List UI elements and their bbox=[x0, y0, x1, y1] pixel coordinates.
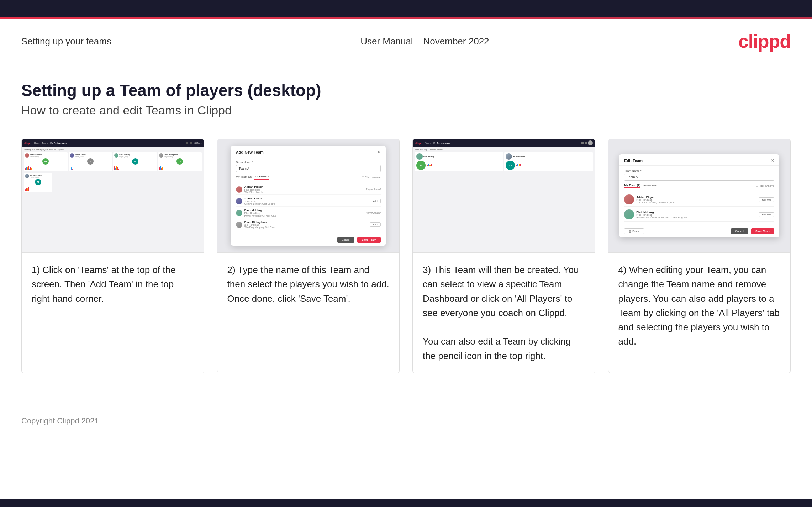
card-3-desc2: You can also edit a Team by clicking the… bbox=[423, 336, 571, 361]
edit-team-modal: Edit Team ✕ Team Name * Team A My Team (… bbox=[619, 154, 779, 237]
delete-button[interactable]: 🗑 Delete bbox=[624, 228, 644, 234]
copyright: Copyright Clippd 2021 bbox=[21, 416, 99, 425]
player-avatar-4 bbox=[236, 222, 242, 228]
player-info-3: Blair McHarg Plus Handicap Royal North D… bbox=[244, 209, 364, 217]
logo: clippd bbox=[738, 31, 791, 52]
header: Setting up your teams User Manual – Nove… bbox=[0, 19, 812, 59]
dash-nav-performance: My Performance bbox=[50, 142, 67, 144]
edit-close-icon: ✕ bbox=[770, 158, 774, 163]
page-title: Setting up a Team of players (desktop) bbox=[21, 81, 791, 100]
score-3: 94 bbox=[132, 158, 138, 165]
remove-player-1[interactable]: Remove bbox=[759, 197, 774, 202]
player-info-2: Adrian Colba 1 Handicap Central London G… bbox=[244, 197, 368, 205]
dash-logo: clippd bbox=[24, 142, 31, 144]
edit-player-row-2: Blair McHarg Plus Handicap Royal North D… bbox=[624, 208, 774, 222]
card-1-screenshot: clippd Home Teams My Performance Add Tea… bbox=[22, 139, 204, 253]
edit-modal-title: Edit Team bbox=[624, 159, 643, 163]
card3-dashboard: clippd Teams My Performance Blair McHarg bbox=[413, 139, 595, 252]
dash-player-card-1: Adrian Collins Player Quality 84 bbox=[24, 152, 68, 171]
trash-icon: 🗑 bbox=[629, 230, 631, 233]
dash-main: Viewing 5 out of 8 players from All Play… bbox=[22, 147, 204, 252]
dashboard-mockup: clippd Home Teams My Performance Add Tea… bbox=[22, 139, 204, 252]
edit-player-list: Adrian Player Plus Handicap The Shire Lo… bbox=[624, 193, 774, 222]
player-row-2: Adrian Colba 1 Handicap Central London G… bbox=[236, 196, 381, 207]
team-name-input[interactable]: Team A bbox=[236, 165, 381, 172]
card3-logo: clippd bbox=[415, 142, 422, 144]
modal-title: Add New Team bbox=[236, 150, 264, 154]
card-4-screenshot: Edit Team ✕ Team Name * Team A My Team (… bbox=[608, 139, 791, 253]
filter-by-name: ☐ Filter by name bbox=[362, 176, 380, 179]
edit-player-av-2 bbox=[624, 209, 634, 219]
main-content: Setting up a Team of players (desktop) H… bbox=[0, 59, 812, 409]
add-player-2[interactable]: Add bbox=[370, 199, 380, 203]
dash-section: Viewing 5 out of 8 players from All Play… bbox=[24, 149, 202, 151]
card-1-text: 1) Click on 'Teams' at the top of the sc… bbox=[22, 253, 204, 373]
player-status-1: Player Added bbox=[366, 188, 381, 191]
page-subtitle: How to create and edit Teams in Clippd bbox=[21, 103, 791, 117]
player-avatar-1 bbox=[236, 186, 242, 193]
dash-nav: Home Teams My Performance bbox=[34, 142, 67, 144]
tab-all-players[interactable]: All Players bbox=[254, 175, 269, 180]
modal-body: Team Name * Team A My Team (2) All Playe… bbox=[231, 157, 386, 234]
card-3-desc1: 3) This Team will then be created. You c… bbox=[423, 265, 579, 318]
tab-my-team[interactable]: My Team (2) bbox=[236, 175, 252, 179]
dash-player-card-4: Dave Billingham Player Quality 78 bbox=[158, 152, 202, 171]
add-team-modal: Add New Team ✕ Team Name * Team A My Tea… bbox=[231, 146, 386, 246]
edit-cancel-button[interactable]: Cancel bbox=[731, 228, 748, 234]
dash-player-cards: Adrian Collins Player Quality 84 bbox=[24, 152, 202, 171]
edit-save-team-button[interactable]: Save Team bbox=[751, 228, 774, 234]
card-2: Add New Team ✕ Team Name * Team A My Tea… bbox=[217, 139, 400, 373]
edit-player-av-1 bbox=[624, 194, 634, 204]
cards-row: clippd Home Teams My Performance Add Tea… bbox=[21, 139, 791, 373]
edit-modal-header: Edit Team ✕ bbox=[619, 154, 779, 166]
edit-tab-my-team[interactable]: My Team (2) bbox=[624, 183, 640, 188]
dash-player-card-3: Blair McHarg Player Quality 94 bbox=[113, 152, 157, 171]
score-2: 0 bbox=[87, 158, 94, 165]
footer: Copyright Clippd 2021 bbox=[0, 409, 812, 433]
cancel-button[interactable]: Cancel bbox=[337, 237, 355, 243]
document-label: User Manual – November 2022 bbox=[360, 36, 489, 47]
card-3-screenshot: clippd Teams My Performance Blair McHarg bbox=[413, 139, 595, 253]
card-2-screenshot: Add New Team ✕ Team Name * Team A My Tea… bbox=[217, 139, 400, 253]
edit-player-info-2: Blair McHarg Plus Handicap Royal North D… bbox=[636, 210, 756, 219]
player-row-1: Adrian Player Plus Handicap The Shire Lo… bbox=[236, 184, 381, 195]
edit-team-name-input[interactable]: Team A bbox=[624, 174, 774, 181]
card3-nav: Teams My Performance bbox=[425, 142, 450, 144]
card-4: Edit Team ✕ Team Name * Team A My Team (… bbox=[608, 139, 791, 373]
card-3: clippd Teams My Performance Blair McHarg bbox=[412, 139, 595, 373]
edit-tab-all-players[interactable]: All Players bbox=[643, 184, 657, 188]
top-bar bbox=[0, 0, 812, 17]
score-4: 78 bbox=[176, 158, 183, 165]
dash-player-card-2: Adrian Colba Player Quality 0 bbox=[69, 152, 112, 171]
dash-player-card-5: Richard Butler Player Quality 72 bbox=[24, 173, 52, 192]
edit-footer-right: Cancel Save Team bbox=[731, 228, 774, 234]
dash-topbar: clippd Home Teams My Performance Add Tea… bbox=[22, 139, 204, 147]
player-avatar-2 bbox=[236, 198, 242, 204]
modal-footer: Cancel Save Team bbox=[231, 234, 386, 246]
score-1: 84 bbox=[42, 158, 49, 165]
edit-team-name-label: Team Name * bbox=[624, 169, 774, 172]
remove-player-2[interactable]: Remove bbox=[759, 212, 774, 217]
bottom-bar bbox=[0, 499, 812, 507]
section-label: Setting up your teams bbox=[21, 36, 111, 47]
edit-modal-body: Team Name * Team A My Team (2) All Playe… bbox=[619, 166, 779, 225]
edit-modal-footer: 🗑 Delete Cancel Save Team bbox=[619, 225, 779, 237]
edit-player-row-1: Adrian Player Plus Handicap The Shire Lo… bbox=[624, 193, 774, 207]
card3-topbar: clippd Teams My Performance bbox=[413, 139, 595, 147]
dash-nav-teams: Teams bbox=[42, 142, 48, 144]
card-1: clippd Home Teams My Performance Add Tea… bbox=[21, 139, 204, 373]
modal-tabs: My Team (2) All Players ☐ Filter by name bbox=[236, 175, 381, 181]
dash-nav-home: Home bbox=[34, 142, 40, 144]
modal-header: Add New Team ✕ bbox=[231, 146, 386, 157]
player-list: Adrian Player Plus Handicap The Shire Lo… bbox=[236, 184, 381, 230]
player-status-3: Player Added bbox=[366, 212, 381, 214]
card-2-text: 2) Type the name of this Team and then s… bbox=[217, 253, 400, 373]
edit-filter: ☐ Filter by name bbox=[756, 185, 774, 187]
card-4-text: 4) When editing your Team, you can chang… bbox=[608, 253, 791, 373]
player-row-4: Dave Billingham 3.5 Handicap The Dog Nap… bbox=[236, 219, 381, 230]
save-team-button[interactable]: Save Team bbox=[357, 237, 380, 243]
add-player-4[interactable]: Add bbox=[370, 222, 380, 227]
player-info-4: Dave Billingham 3.5 Handicap The Dog Nap… bbox=[244, 220, 368, 229]
player-info-1: Adrian Player Plus Handicap The Shire Lo… bbox=[244, 185, 364, 193]
player-avatar-3 bbox=[236, 210, 242, 216]
